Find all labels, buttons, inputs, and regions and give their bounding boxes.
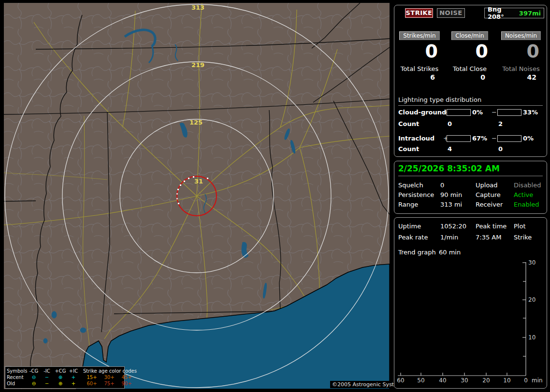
legend-header-nic: -IC [41,368,53,374]
ic-plus-bar [447,135,471,142]
legend-age-title: Strike age color codes [83,368,135,374]
range-row: Range 313 mi Receiver Enabled [394,201,547,210]
x-tick-40: 40 [437,377,449,384]
total-strikes-value: 6 [395,73,444,81]
minus-sign: − [492,135,497,142]
y-tick-20: 20 [528,296,536,303]
trend-graph-axes [394,218,547,388]
cg-minus-percent: 33% [523,109,538,116]
legend-header-pic: +IC [68,368,79,374]
noise-mode-button[interactable]: NOISE [437,8,465,18]
ic-neg-old-symbol: − [41,380,53,387]
strike-dot [176,198,178,199]
trend-panel: Uptime 1052:20 Peak time Plot Peak rate … [394,217,547,389]
map-legend: Symbols -CG -IC +CG +IC Strike age color… [5,366,125,389]
squelch-row: Squelch 0 Upload Disabled [394,182,547,190]
cg-neg-recent-symbol: ⊖ [27,374,41,380]
x-tick-0: 0 [520,377,532,384]
status-panel: 2/25/2026 8:35:02 AM Squelch 0 Upload Di… [394,161,547,214]
legend-header-pcg: +CG [53,368,68,374]
capture-status: Active [514,191,533,198]
cloud-ground-count-row: Count 0 2 [394,120,547,128]
total-noises-label: Total Noises [497,65,545,72]
strike-dot [207,178,208,179]
age-90: 90+ [118,380,135,387]
legend-row-old-label: Old [7,380,27,387]
persistence-value: 90 min [440,191,462,198]
x-tick-60: 60 [395,377,406,384]
upload-status: Disabled [514,182,541,189]
total-close-value: 0 [446,73,494,81]
ic-plus-count: 4 [448,145,452,153]
age-75: 75+ [101,380,118,387]
strike-mode-button[interactable]: STRIKE [405,8,433,18]
intracloud-row: Intracloud + 67% − 0% [394,135,547,142]
cg-minus-count: 2 [498,120,503,127]
close-per-min-column: Close/min 0 Total Close 0 [446,31,494,81]
strike-dot [188,178,189,179]
count-label: Count [398,120,419,127]
strikes-per-min-badge: Strikes/min [399,31,439,40]
close-per-min-value: 0 [446,41,494,61]
age-60: 60+ [83,380,101,387]
minus-sign: − [492,109,497,116]
x-axis-unit: min [532,377,543,384]
legend-header-symbols: Symbols [7,368,27,374]
ic-plus-percent: 67% [472,135,487,142]
bearing-readout: Bng 208° 397mi [484,8,544,18]
ring-label-219: 219 [191,61,204,69]
noises-per-min-badge: Noises/min [501,31,541,40]
age-45: 45+ [118,374,135,380]
strike-dot [184,181,185,182]
ic-minus-bar [497,135,521,142]
cg-plus-percent: 0% [472,109,483,116]
strike-dot [176,193,178,195]
ic-minus-count: 0 [498,145,503,153]
total-strikes-label: Total Strikes [395,65,444,72]
total-close-label: Total Close [446,65,494,72]
cg-pos-recent-symbol: ⊕ [53,374,68,380]
age-30: 30+ [101,374,118,380]
x-tick-20: 20 [480,377,492,384]
lightning-map[interactable]: 313 219 125 31 ©2005 Astrogenic Systems [4,3,390,389]
y-tick-10: 10 [528,334,536,341]
total-noises-value: 42 [497,73,545,81]
ic-pos-old-symbol: + [68,380,79,387]
legend-header-ncg: -CG [27,368,41,374]
cloud-ground-label: Cloud-ground [398,109,446,116]
squelch-label: Squelch [398,182,423,189]
capture-label: Capture [476,191,501,198]
strike-dot [180,184,181,186]
cg-minus-bar [497,109,521,116]
cg-pos-old-symbol: ⊕ [53,380,68,387]
strikes-per-min-value: 0 [395,41,444,61]
persistence-row: Persistence 90 min Capture Active [394,191,547,200]
receiver-status: Enabled [514,201,539,208]
ic-pos-recent-symbol: + [68,374,79,380]
strikes-per-min-column: Strikes/min 0 Total Strikes 6 [395,31,444,81]
x-tick-50: 50 [415,377,427,384]
x-tick-10: 10 [501,377,513,384]
strike-stats-panel: STRIKE NOISE Bng 208° 397mi Strikes/min … [394,5,547,157]
distance-value: 397mi [519,10,541,17]
x-tick-30: 30 [459,377,470,384]
ic-neg-recent-symbol: − [41,374,53,380]
legend-row-recent-label: Recent [7,374,27,380]
range-label: Range [398,201,418,208]
count-label: Count [398,145,419,153]
close-per-min-badge: Close/min [451,31,488,40]
datetime-display: 2/25/2026 8:35:02 AM [398,164,543,176]
age-15: 15+ [83,374,101,380]
upload-label: Upload [476,182,498,189]
intracloud-count-row: Count 4 0 [394,145,547,153]
noises-per-min-column: Noises/min 0 Total Noises 42 [497,31,545,81]
cloud-ground-row: Cloud-ground + 0% − 33% [394,109,547,116]
cg-neg-old-symbol: ⊖ [27,380,41,387]
squelch-value: 0 [440,182,444,189]
persistence-label: Persistence [398,191,434,198]
distribution-title: Lightning type distribution [398,96,543,106]
bearing-value: Bng 208° [488,6,519,20]
receiver-label: Receiver [476,201,503,208]
range-value: 313 mi [440,201,462,208]
map-canvas[interactable]: 313 219 125 31 [4,3,390,389]
